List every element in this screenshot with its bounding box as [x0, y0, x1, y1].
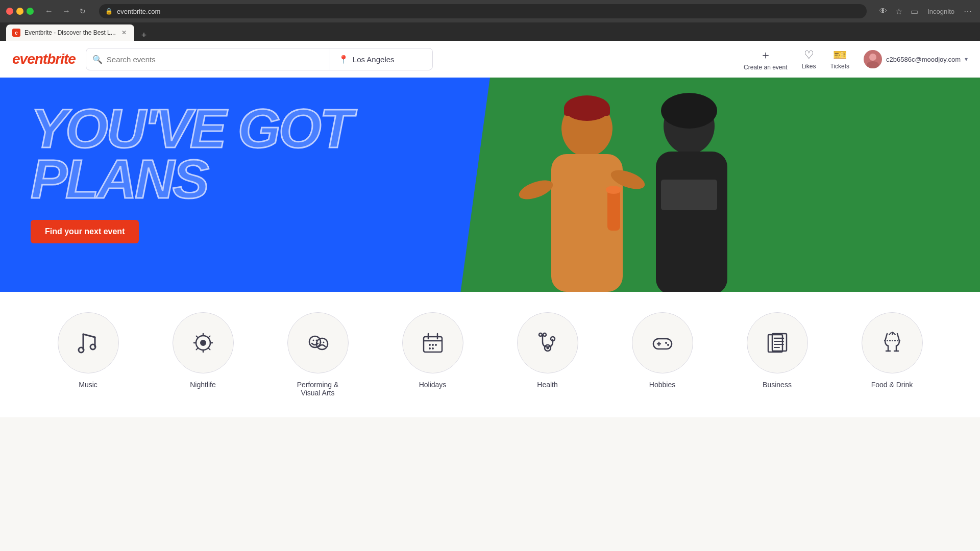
search-input[interactable] [107, 55, 324, 64]
browser-action-buttons: 👁 ☆ ▭ Incognito ⋯ [877, 5, 974, 18]
svg-line-65 [889, 333, 891, 335]
category-label-performing-arts: Performing & Visual Arts [287, 381, 349, 397]
create-event-button[interactable]: ＋ Create an event [744, 47, 787, 71]
category-item-hobbies[interactable]: Hobbies [622, 312, 703, 389]
category-label-business: Business [763, 381, 792, 389]
svg-point-32 [312, 340, 314, 341]
svg-line-29 [196, 348, 198, 350]
window-controls [6, 8, 34, 15]
svg-rect-13 [661, 180, 717, 210]
category-item-business[interactable]: Business [737, 312, 818, 389]
svg-line-17 [83, 334, 95, 337]
category-item-performing-arts[interactable]: Performing & Visual Arts [277, 312, 359, 397]
eventbrite-logo[interactable]: eventbrite [12, 51, 76, 67]
active-tab[interactable]: e Eventbrite - Discover the Best L... ✕ [6, 24, 134, 41]
tickets-label: Tickets [830, 63, 850, 70]
forward-button[interactable]: → [59, 5, 74, 18]
header-actions: ＋ Create an event ♡ Likes 🎫 Tickets c2b6… [744, 47, 968, 71]
chevron-down-icon: ▾ [965, 56, 968, 63]
category-label-nightlife: Nightlife [190, 381, 216, 389]
svg-point-55 [667, 344, 669, 346]
category-item-health[interactable]: Health [507, 312, 589, 389]
hero-content: YOU'VE GOT PLANS Find your next event [0, 78, 382, 259]
svg-point-35 [320, 342, 321, 343]
tab-bar: e Eventbrite - Discover the Best L... ✕ … [0, 22, 980, 41]
likes-button[interactable]: ♡ Likes [802, 48, 816, 70]
address-text: eventbrite.com [117, 8, 160, 15]
security-icon: 🔒 [105, 8, 113, 15]
category-circle-music [58, 312, 119, 373]
svg-rect-57 [772, 334, 787, 351]
category-item-nightlife[interactable]: Nightlife [162, 312, 244, 389]
location-pin-icon: 📍 [338, 55, 349, 64]
bookmark-icon[interactable]: ☆ [893, 5, 904, 18]
plus-icon: ＋ [760, 47, 771, 63]
svg-point-45 [432, 347, 434, 349]
category-circle-business [747, 312, 808, 373]
category-label-hobbies: Hobbies [649, 381, 675, 389]
svg-line-66 [893, 333, 895, 335]
location-section[interactable]: 📍 Los Angeles [330, 48, 432, 70]
window-maximize-button[interactable] [27, 8, 34, 15]
svg-point-36 [323, 342, 324, 343]
category-circle-holidays [402, 312, 463, 373]
back-button[interactable]: ← [42, 5, 56, 18]
svg-point-41 [429, 344, 431, 346]
hobbies-icon [649, 330, 676, 356]
likes-label: Likes [802, 63, 816, 70]
user-email: c2b6586c@moodjoy.com [886, 56, 961, 63]
category-item-music[interactable]: Music [47, 312, 129, 389]
tab-title: Eventbrite - Discover the Best L... [24, 29, 116, 36]
svg-rect-56 [768, 335, 782, 352]
window-close-button[interactable] [6, 8, 13, 15]
health-icon [534, 330, 561, 356]
address-bar[interactable]: 🔒 eventbrite.com [99, 4, 867, 18]
categories-section: Music Nightlife [0, 292, 980, 417]
location-text: Los Angeles [353, 55, 395, 64]
tab-close-button[interactable]: ✕ [120, 29, 128, 37]
category-label-music: Music [79, 381, 97, 389]
site-header: eventbrite 🔍 📍 Los Angeles ＋ Create an e… [0, 41, 980, 78]
refresh-button[interactable]: ↻ [77, 5, 89, 18]
svg-point-6 [517, 177, 555, 203]
ticket-icon: 🎫 [833, 48, 847, 62]
svg-point-10 [664, 98, 715, 154]
svg-line-28 [208, 336, 210, 338]
svg-point-48 [546, 347, 549, 349]
more-options-icon[interactable]: ⋯ [962, 5, 974, 18]
svg-point-42 [432, 344, 434, 346]
svg-point-49 [539, 333, 542, 336]
user-account-menu[interactable]: c2b6586c@moodjoy.com ▾ [864, 50, 968, 68]
search-input-section[interactable]: 🔍 [86, 48, 330, 70]
category-circle-health [517, 312, 578, 373]
browser-navigation: ← → ↻ [42, 5, 89, 18]
heart-icon: ♡ [804, 48, 814, 62]
svg-point-4 [561, 101, 612, 157]
category-label-health: Health [537, 381, 557, 389]
category-item-holidays[interactable]: Holidays [392, 312, 474, 389]
svg-point-46 [551, 337, 555, 341]
user-avatar [864, 50, 882, 68]
window-minimize-button[interactable] [16, 8, 23, 15]
eye-icon[interactable]: 👁 [877, 5, 889, 18]
svg-point-1 [869, 54, 876, 61]
svg-rect-11 [656, 152, 727, 292]
svg-point-19 [79, 347, 84, 353]
tickets-button[interactable]: 🎫 Tickets [830, 48, 850, 70]
svg-point-8 [564, 95, 610, 121]
new-tab-button[interactable]: + [138, 30, 150, 41]
find-event-button[interactable]: Find your next event [31, 220, 139, 243]
svg-rect-14 [607, 190, 620, 231]
music-icon [76, 330, 101, 356]
category-circle-hobbies [632, 312, 693, 373]
sidebar-icon[interactable]: ▭ [909, 5, 920, 18]
nightlife-icon [190, 330, 216, 356]
category-circle-performing-arts [287, 312, 349, 373]
category-item-food-drink[interactable]: Food & Drink [851, 312, 933, 389]
svg-point-44 [429, 347, 431, 349]
svg-rect-9 [564, 106, 610, 116]
svg-point-7 [608, 166, 647, 193]
search-icon: 🔍 [92, 55, 103, 64]
svg-line-27 [208, 348, 210, 350]
svg-rect-51 [653, 339, 672, 349]
